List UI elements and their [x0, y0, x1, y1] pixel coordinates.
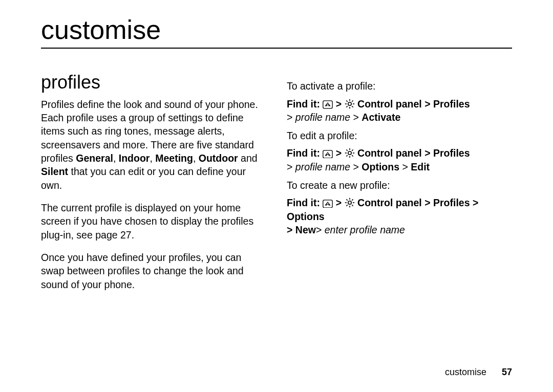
create-intro: To create a new profile:	[287, 179, 512, 192]
page-footer: customise 57	[445, 367, 512, 378]
footer-chapter: customise	[445, 367, 486, 378]
svg-point-1	[348, 102, 351, 105]
sep: >	[336, 147, 345, 159]
svg-point-21	[348, 201, 351, 204]
svg-line-19	[346, 156, 347, 157]
options-label: Options	[361, 161, 399, 172]
find-it-label: Find it:	[287, 197, 320, 208]
manual-page: customise profiles Profiles define the l…	[0, 0, 553, 392]
svg-line-8	[352, 100, 353, 101]
sep: >	[336, 197, 345, 208]
svg-rect-0	[323, 101, 332, 108]
svg-line-9	[346, 106, 347, 107]
page-number: 57	[502, 367, 512, 378]
profiles-definition: Profiles define the look and sound of yo…	[41, 98, 266, 192]
sep: >	[350, 112, 361, 123]
find-it-label: Find it:	[287, 98, 320, 110]
sep: >	[470, 197, 479, 208]
right-column: To activate a profile: Find it: > Contro…	[287, 63, 512, 300]
svg-rect-10	[323, 150, 332, 158]
profile-indoor: Indoor	[119, 153, 150, 164]
settings-icon	[345, 99, 355, 108]
sep: >	[399, 161, 411, 172]
svg-line-27	[352, 205, 353, 206]
sep: >	[422, 98, 433, 110]
profiles-swap-info: Once you have defined your profiles, you…	[41, 251, 266, 291]
profile-name-placeholder: profile name	[295, 112, 350, 123]
text: that you can edit or you can define your…	[41, 166, 246, 190]
home-icon	[323, 148, 333, 157]
text: ,	[113, 153, 119, 164]
profile-outdoor: Outdoor	[199, 153, 238, 164]
profiles-display-info: The current profile is displayed on your…	[41, 201, 266, 242]
home-icon	[323, 99, 333, 108]
new-label: New	[295, 224, 316, 235]
svg-line-26	[346, 200, 347, 201]
profile-name-placeholder: profile name	[295, 161, 350, 172]
profile-silent: Silent	[41, 166, 68, 177]
svg-point-11	[348, 151, 351, 155]
sep: >	[336, 98, 345, 110]
chapter-heading: customise	[41, 15, 512, 45]
svg-line-18	[352, 150, 353, 151]
control-panel-label: Control panel	[357, 98, 422, 110]
profiles-label: Profiles	[433, 98, 470, 110]
sep: >	[422, 147, 433, 159]
sep: >	[350, 161, 361, 172]
two-column-body: profiles Profiles define the look and so…	[41, 63, 512, 300]
svg-line-28	[352, 200, 353, 201]
settings-icon	[345, 148, 355, 157]
gt: >	[287, 224, 295, 235]
svg-line-17	[352, 156, 353, 157]
profile-general: General	[76, 153, 113, 164]
find-it-create: Find it: > Control panel > Profiles > Op…	[287, 196, 512, 236]
chapter-rule	[41, 48, 512, 49]
find-it-activate: Find it: > Control panel > Profiles > pr…	[287, 97, 512, 124]
svg-line-7	[352, 106, 353, 107]
svg-line-6	[346, 100, 347, 101]
control-panel-label: Control panel	[357, 147, 422, 159]
svg-line-29	[346, 205, 347, 206]
gt: >	[287, 112, 295, 123]
profiles-label: Profiles	[433, 147, 470, 159]
gt: >	[287, 161, 295, 172]
text: and	[238, 153, 258, 164]
text: ,	[193, 153, 199, 164]
enter-profile-name: enter profile name	[325, 224, 405, 235]
edit-intro: To edit a profile:	[287, 129, 512, 142]
activate-intro: To activate a profile:	[287, 79, 512, 93]
activate-label: Activate	[361, 112, 400, 123]
gt: >	[316, 224, 325, 235]
settings-icon	[345, 198, 355, 207]
section-heading: profiles	[41, 72, 266, 93]
left-column: profiles Profiles define the look and so…	[41, 63, 266, 300]
sep: >	[422, 197, 433, 208]
svg-line-16	[346, 150, 347, 151]
control-panel-label: Control panel	[357, 197, 422, 208]
options-label: Options	[287, 211, 325, 222]
edit-label: Edit	[411, 161, 430, 172]
svg-rect-20	[323, 200, 332, 208]
find-it-edit: Find it: > Control panel > Profiles > pr…	[287, 146, 512, 173]
text: ,	[150, 153, 155, 164]
profile-meeting: Meeting	[155, 153, 193, 164]
find-it-label: Find it:	[287, 147, 320, 159]
profiles-label: Profiles	[433, 197, 470, 208]
home-icon	[323, 198, 333, 207]
